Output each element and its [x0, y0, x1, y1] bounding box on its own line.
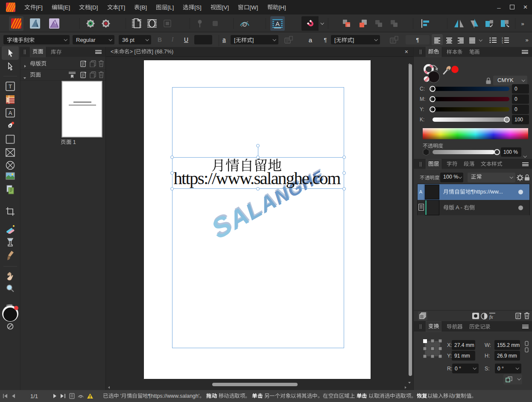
svg-text:A: A — [9, 110, 12, 116]
svg-text:fx: fx — [489, 314, 493, 320]
svg-text:T: T — [9, 83, 12, 90]
svg-text:3: 3 — [502, 42, 503, 44]
svg-text:A: A — [275, 20, 280, 27]
